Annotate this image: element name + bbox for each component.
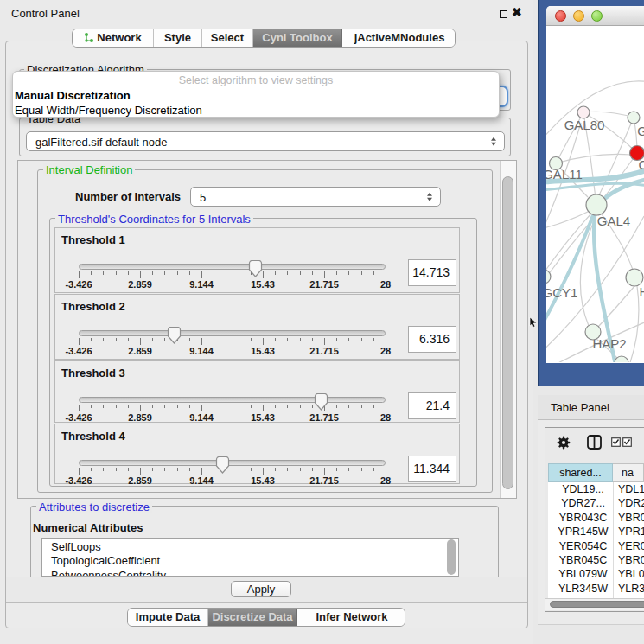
tab-jactivemnodules[interactable]: jActiveMNodules [342,29,456,47]
threshold-slider-thumb[interactable] [314,393,328,411]
tick-label: 9.144 [189,475,214,486]
threshold-panel-2: Threshold 2-3.4262.8599.14415.4321.71528… [54,294,460,360]
network-node-ga[interactable] [628,112,640,124]
attribute-list-item[interactable]: BetweennessCentrality [51,569,166,577]
network-edge[interactable] [546,211,590,232]
combo-arrows-icon [491,137,496,146]
minimize-traffic-light[interactable] [573,10,584,22]
table-row[interactable]: YPR145WYPR1 [548,525,644,539]
tab-cyni-toolbox[interactable]: Cyni Toolbox [253,29,342,47]
thresholds-group-label: Threshold's Coordinates for 5 Intervals [55,213,253,226]
table-header-shared-name[interactable]: shared... [548,463,613,482]
number-of-intervals-combobox[interactable]: 5 [190,187,441,207]
zoom-traffic-light[interactable] [591,10,603,22]
numerical-attributes-label: Numerical Attributes [33,521,143,534]
table-data-combobox[interactable]: galFiltered.sif default node [26,131,505,151]
threshold-slider-thumb[interactable] [167,327,182,344]
threshold-slider-track[interactable] [79,264,386,270]
network-node-label: GAL80 [564,118,605,132]
list-scrollbar-thumb[interactable] [447,539,456,575]
tick-label: 9.144 [189,346,214,356]
numerical-attributes-list[interactable]: SelfLoopsTopologicalCoefficientBetweenne… [41,538,459,577]
table-row[interactable]: YDR27...YDR2 [548,496,644,511]
tab-infer-network[interactable]: Infer Network [297,609,405,626]
tab-network[interactable]: Network [73,29,154,47]
split-column-icon[interactable] [587,435,602,450]
mouse-cursor [529,316,538,328]
select-columns-icon[interactable] [611,437,633,448]
interval-definition-label: Interval Definition [43,163,135,176]
close-icon[interactable]: ✖ [512,5,522,19]
close-traffic-light[interactable] [555,10,566,22]
tick-label: -3.426 [65,279,92,290]
threshold-slider-track[interactable] [79,330,386,336]
threshold-value-field[interactable]: 21.4 [408,392,456,419]
table-panel-title: Table Panel [551,401,609,414]
network-node-gal80[interactable] [577,106,590,118]
network-node-label: GAL4 [597,214,630,228]
attribute-list-item[interactable]: TopologicalCoefficient [51,554,160,567]
tick-label: 21.715 [309,475,339,486]
control-panel-title: Control Panel [11,7,80,20]
table-row[interactable]: YBL079WYBL0 [548,567,644,582]
float-window-icon[interactable] [500,10,507,18]
tick-label: 28 [380,346,391,356]
tick-label: 28 [380,279,391,290]
table-panel-bottom-edge [538,624,644,625]
scrollbar-thumb[interactable] [502,176,513,489]
network-node-h[interactable] [626,269,643,286]
threshold-slider-track[interactable] [79,460,386,466]
tab-select[interactable]: Select [202,29,253,47]
tab-discretize-data[interactable]: Discretize Data [208,609,297,626]
threshold-slider-track[interactable] [79,397,386,403]
tick-label: -3.426 [65,412,92,423]
table-row[interactable]: YLR345WYLR3 [548,582,644,596]
attribute-list-item[interactable]: SelfLoops [51,540,101,553]
tick-label: 28 [380,475,391,486]
network-edge[interactable] [556,154,631,163]
algorithm-dropdown-popup: Select algorithm to view settings Manual… [12,71,500,118]
tick-label: 2.859 [128,412,152,423]
table-header-name[interactable]: na [613,463,644,482]
network-edge[interactable] [628,286,639,362]
threshold-value-field[interactable]: 14.713 [408,259,456,286]
threshold-slider-thumb[interactable] [248,260,263,277]
table-hscrollbar-thumb[interactable] [550,601,644,608]
network-canvas[interactable]: GAL80GACGAL11GAL4GCY1HHAP2 [546,26,644,362]
network-icon [84,32,94,43]
gear-icon[interactable] [557,436,571,450]
tick-label: 15.43 [251,279,275,290]
network-edge-highlighted[interactable] [603,179,644,200]
tick-label: 9.144 [189,279,214,290]
tick-label: 21.715 [309,279,339,290]
table-row[interactable]: YDL19...YDL1 [548,482,644,497]
dropdown-prompt: Select algorithm to view settings [15,74,497,86]
threshold-value-field[interactable]: 6.316 [408,326,456,353]
threshold-panel-4: Threshold 4-3.4262.8599.14415.4321.71528… [54,424,460,484]
threshold-title: Threshold 4 [61,430,125,443]
tick-label: 15.43 [251,475,275,486]
apply-button[interactable]: Apply [231,581,291,597]
tab-impute-data[interactable]: Impute Data [128,609,208,626]
network-node-label: GA [637,124,644,138]
number-of-intervals-label: Number of Intervals [75,190,181,203]
dropdown-option[interactable]: Manual Discretization [15,89,497,102]
dropdown-option[interactable]: Equal Width/Frequency Discretization [15,104,497,117]
table-row[interactable]: YBR045CYBR0 [548,553,644,568]
bottom-tab-bar: Impute DataDiscretize DataInfer Network [127,608,405,627]
tab-style[interactable]: Style [154,29,202,47]
tick-label: -3.426 [65,346,92,356]
tick-label: 15.43 [251,412,275,423]
screenshot-root: Control Panel ✖ NetworkStyleSelectCyni T… [0,0,644,644]
threshold-title: Threshold 1 [61,233,125,246]
tick-label: 21.715 [309,346,339,356]
threshold-slider-thumb[interactable] [215,456,230,474]
network-node-label: C [639,157,644,172]
tick-label: 2.859 [128,279,152,290]
network-node-label: H [640,284,644,299]
network-node-gal4[interactable] [586,194,607,215]
table-row[interactable]: YER054CYER0 [548,539,644,554]
tick-label: 2.859 [128,346,152,356]
threshold-value-field[interactable]: 11.344 [408,456,456,482]
table-row[interactable]: YBR043CYBR0 [548,511,644,526]
